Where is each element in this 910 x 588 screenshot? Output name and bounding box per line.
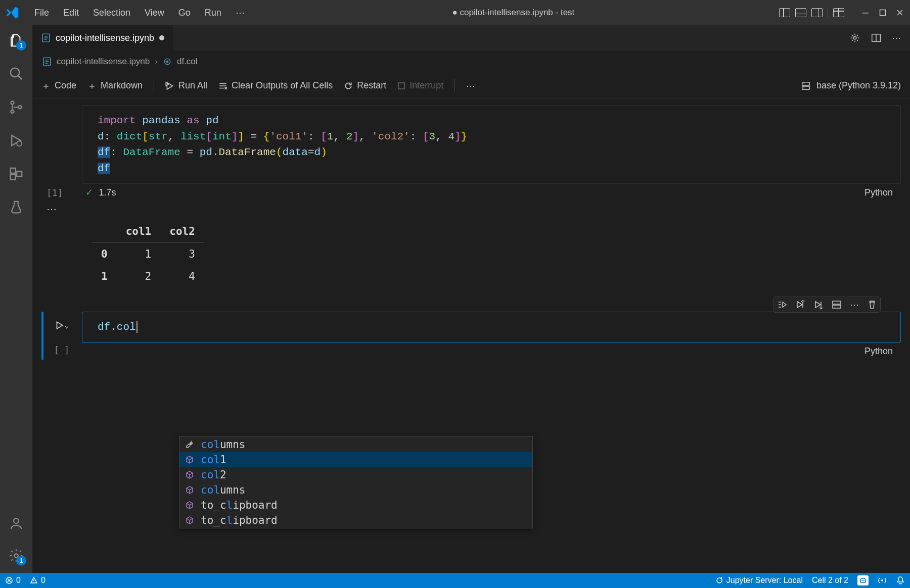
symbol-icon: [163, 57, 172, 66]
breadcrumb[interactable]: copilot-intellisense.ipynb › df.col: [32, 51, 910, 73]
svg-point-3: [11, 101, 14, 104]
run-by-line-icon[interactable]: [777, 300, 787, 310]
window-title: copilot-intellisense.ipynb - test: [256, 8, 771, 18]
svg-point-26: [720, 577, 722, 579]
broadcast-icon: [878, 576, 887, 585]
settings-icon[interactable]: 1: [7, 547, 25, 565]
run-all-label: Run All: [178, 80, 207, 91]
intellisense-label: columns: [201, 438, 246, 451]
status-feedback[interactable]: [878, 576, 887, 585]
cell-2-lang[interactable]: Python: [864, 346, 901, 357]
status-jupyter[interactable]: Jupyter Server: Local: [715, 576, 803, 585]
maximize-icon[interactable]: [878, 8, 888, 18]
run-settings-icon[interactable]: [849, 32, 860, 43]
notebook-body: import pandas as pd d: dict[str, list[in…: [32, 99, 910, 573]
layout-right-icon[interactable]: [811, 8, 823, 17]
accounts-icon[interactable]: [7, 514, 25, 532]
chevron-right-icon: ›: [155, 57, 158, 67]
cell-1-lang[interactable]: Python: [864, 187, 901, 198]
cell-1[interactable]: import pandas as pd d: dict[str, list[in…: [41, 105, 901, 287]
svg-rect-19: [802, 86, 810, 89]
interrupt-label: Interrupt: [410, 80, 443, 91]
intellisense-item[interactable]: columns: [179, 437, 532, 452]
debug-icon[interactable]: [7, 131, 25, 150]
add-markdown-button[interactable]: ＋ Markdown: [87, 80, 143, 92]
source-control-icon[interactable]: [7, 98, 25, 116]
run-cell-button[interactable]: [55, 321, 64, 330]
menu-selection[interactable]: Selection: [90, 6, 133, 20]
svg-point-28: [861, 580, 862, 581]
table-header: col1: [117, 220, 161, 243]
delete-cell-icon[interactable]: [867, 300, 877, 310]
intellisense-item[interactable]: col1: [179, 452, 532, 467]
status-copilot[interactable]: [857, 575, 869, 585]
close-icon[interactable]: [895, 8, 905, 18]
table-row: 124: [92, 265, 204, 287]
search-icon[interactable]: [7, 65, 25, 83]
cell-1-code[interactable]: import pandas as pd d: dict[str, list[in…: [82, 105, 901, 184]
intellisense-item[interactable]: to_clipboard: [179, 513, 532, 528]
svg-rect-23: [833, 305, 841, 308]
cell-2-status: Python: [82, 343, 901, 360]
extensions-icon[interactable]: [7, 165, 25, 183]
kernel-selector[interactable]: base (Python 3.9.12): [800, 80, 901, 91]
svg-rect-8: [11, 174, 16, 179]
split-editor-icon[interactable]: [871, 32, 882, 43]
minimize-icon[interactable]: [860, 8, 871, 18]
menu-edit[interactable]: Edit: [60, 6, 82, 20]
menu-file[interactable]: File: [31, 6, 52, 20]
svg-rect-18: [802, 82, 810, 85]
status-errors[interactable]: 0: [5, 576, 21, 585]
more-actions-icon[interactable]: ⋯: [892, 32, 901, 43]
titlebar: File Edit Selection View Go Run ⋯ copilo…: [0, 0, 910, 25]
run-all-button[interactable]: Run All: [165, 80, 207, 91]
notebook-icon: [42, 57, 52, 66]
more-cell-actions-icon[interactable]: ⋯: [850, 299, 859, 310]
split-cell-icon[interactable]: [832, 300, 842, 310]
svg-point-4: [11, 110, 14, 113]
clear-outputs-button[interactable]: Clear Outputs of All Cells: [218, 80, 333, 91]
explorer-badge: 1: [16, 40, 26, 51]
layout-left-icon[interactable]: [779, 8, 790, 17]
testing-icon[interactable]: [7, 198, 25, 216]
status-notifications[interactable]: [896, 576, 905, 585]
status-cell-position[interactable]: Cell 2 of 2: [812, 576, 848, 585]
svg-point-30: [881, 579, 883, 581]
status-warnings[interactable]: 0: [30, 576, 46, 585]
layout-grid-icon[interactable]: [833, 8, 844, 17]
intellisense-label: to_clipboard: [201, 514, 278, 526]
menu-view[interactable]: View: [142, 6, 167, 20]
notebook-toolbar: ＋ Code ＋ Markdown Run All Clear Outputs …: [32, 73, 910, 99]
cube-icon: [185, 485, 195, 495]
menu-run[interactable]: Run: [202, 6, 224, 20]
run-above-icon[interactable]: [795, 300, 805, 310]
interrupt-button[interactable]: Interrupt: [397, 80, 443, 91]
kernel-label: base (Python 3.9.12): [816, 80, 901, 91]
svg-point-16: [166, 61, 169, 63]
add-code-button[interactable]: ＋ Code: [41, 80, 76, 92]
intellisense-item[interactable]: col2: [179, 467, 532, 482]
cell-2[interactable]: ⌄ [ ] ⋯ df.col: [41, 312, 901, 360]
menu-more[interactable]: ⋯: [233, 7, 248, 18]
tab-notebook[interactable]: copilot-intellisense.ipynb: [32, 25, 174, 51]
tab-dirty-icon: [159, 35, 164, 40]
cell-2-code-text: df.col: [98, 319, 885, 335]
cell-2-code[interactable]: df.col: [82, 312, 901, 343]
intellisense-item[interactable]: to_clipboard: [179, 498, 532, 513]
intellisense-label: columns: [201, 484, 246, 496]
toolbar-more-button[interactable]: ⋯: [466, 80, 475, 91]
output-ellipsis-icon[interactable]: ⋯: [47, 201, 901, 220]
menu-go[interactable]: Go: [175, 6, 194, 20]
layout-bottom-icon[interactable]: [795, 8, 806, 17]
run-below-icon[interactable]: [813, 300, 824, 310]
chevron-down-icon[interactable]: ⌄: [65, 321, 69, 329]
explorer-icon[interactable]: 1: [7, 31, 25, 50]
status-cell-position-label: Cell 2 of 2: [812, 576, 848, 585]
intellisense-item[interactable]: columns: [179, 482, 532, 498]
bell-icon: [896, 576, 905, 585]
restart-icon: [344, 81, 353, 90]
cube-icon: [185, 455, 195, 465]
svg-point-25: [717, 578, 722, 583]
restart-button[interactable]: Restart: [344, 80, 386, 91]
svg-point-20: [803, 83, 804, 84]
